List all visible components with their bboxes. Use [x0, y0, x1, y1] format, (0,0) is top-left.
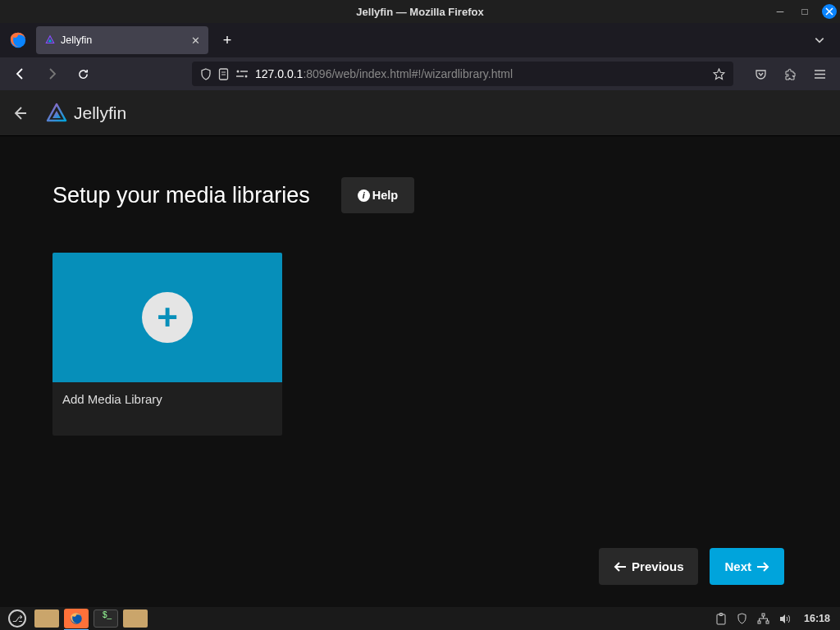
browser-urlbar: 127.0.0.1:8096/web/index.html#!/wizardli… [0, 57, 840, 90]
brand-text: Jellyfin [74, 103, 126, 123]
permissions-icon[interactable] [235, 69, 249, 79]
tray-volume-icon[interactable] [777, 614, 794, 624]
help-button[interactable]: i Help [341, 177, 414, 213]
url-input[interactable]: 127.0.0.1:8096/web/index.html#!/wizardli… [192, 62, 733, 86]
page-title: Setup your media libraries [52, 183, 310, 208]
window-minimize-button[interactable]: ─ [773, 4, 788, 19]
start-menu-button[interactable]: ⎇ [5, 609, 30, 628]
taskbar-firefox-icon[interactable] [64, 609, 89, 628]
taskbar-files-icon[interactable] [34, 609, 59, 628]
svg-point-4 [237, 71, 240, 73]
page-info-icon[interactable] [218, 68, 229, 80]
next-label: Next [724, 559, 751, 573]
app-back-button[interactable] [11, 105, 34, 121]
brand: Jellyfin [44, 101, 126, 126]
plus-circle-icon: + [142, 292, 193, 343]
taskbar-folder-icon[interactable] [123, 609, 148, 628]
previous-label: Previous [632, 559, 683, 573]
taskbar-terminal-icon[interactable]: $_ [94, 609, 118, 628]
window-titlebar: Jellyfin — Mozilla Firefox ─ □ [0, 0, 840, 23]
new-tab-button[interactable]: + [215, 32, 240, 49]
arrow-left-icon [614, 561, 627, 573]
window-close-button[interactable] [822, 4, 837, 19]
help-label: Help [372, 189, 398, 202]
wizard-content: Setup your media libraries i Help + Add … [0, 136, 840, 630]
firefox-icon [7, 29, 30, 52]
back-button[interactable] [8, 62, 33, 86]
previous-button[interactable]: Previous [599, 548, 698, 585]
taskbar: ⎇ $_ 16:18 [0, 607, 840, 630]
add-library-card[interactable]: + Add Media Library [52, 253, 282, 436]
url-text: 127.0.0.1:8096/web/index.html#!/wizardli… [255, 67, 513, 80]
jellyfin-logo-icon [44, 101, 69, 126]
svg-rect-14 [762, 614, 765, 616]
next-button[interactable]: Next [710, 548, 784, 585]
extensions-icon[interactable] [778, 62, 802, 86]
window-title: Jellyfin — Mozilla Firefox [356, 6, 483, 18]
svg-point-6 [245, 75, 248, 78]
tray-network-icon[interactable] [755, 613, 772, 624]
tray-shield-icon[interactable] [734, 613, 750, 624]
bookmark-star-icon[interactable] [713, 68, 725, 80]
tray-clipboard-icon[interactable] [713, 613, 729, 625]
browser-tab[interactable]: Jellyfin ✕ [36, 26, 208, 54]
card-label: Add Media Library [52, 382, 282, 436]
taskbar-clock[interactable]: 16:18 [799, 613, 835, 624]
tab-label: Jellyfin [61, 34, 186, 46]
reload-button[interactable] [71, 62, 95, 86]
jellyfin-favicon-icon [44, 34, 56, 46]
card-top: + [52, 253, 282, 382]
window-maximize-button[interactable]: □ [797, 4, 812, 19]
tab-close-icon[interactable]: ✕ [191, 34, 200, 47]
svg-rect-16 [766, 621, 769, 623]
app-header: Jellyfin [0, 90, 840, 136]
pocket-icon[interactable] [748, 62, 773, 86]
browser-tabbar: Jellyfin ✕ + [0, 23, 840, 57]
svg-rect-15 [758, 621, 760, 623]
tabs-dropdown-icon[interactable] [814, 34, 833, 46]
arrow-right-icon [756, 561, 769, 573]
shield-icon[interactable] [200, 68, 212, 80]
forward-button[interactable] [39, 62, 64, 86]
menu-icon[interactable] [807, 62, 832, 86]
info-icon: i [358, 189, 370, 202]
